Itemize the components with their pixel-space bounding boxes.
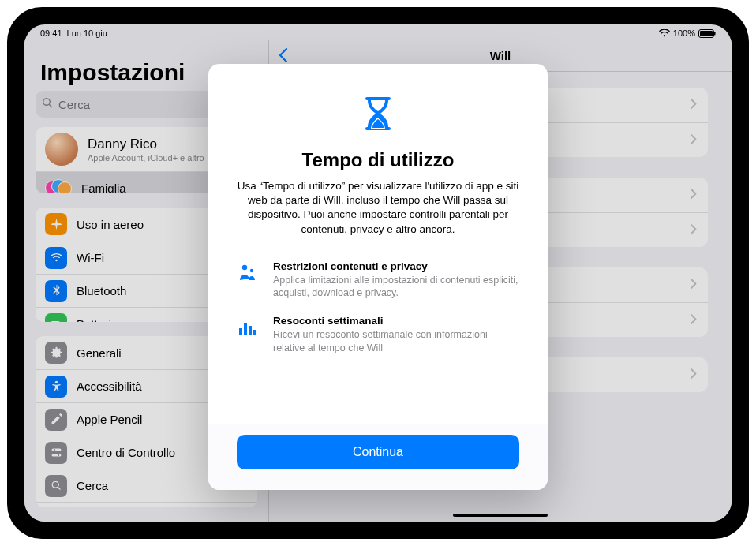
feature-restrictions: Restrizioni contenuti e privacy Applica … (237, 260, 519, 300)
modal-title: Tempo di utilizzo (237, 149, 519, 171)
feature-desc: Ricevi un resoconto settimanale con info… (273, 328, 519, 354)
feature-desc: Applica limitazioni alle impostazioni di… (273, 274, 519, 300)
svg-rect-16 (249, 326, 252, 335)
family-privacy-icon (237, 260, 260, 300)
svg-point-13 (250, 269, 253, 272)
hourglass-icon (237, 95, 519, 140)
svg-rect-14 (239, 328, 242, 335)
svg-point-12 (242, 265, 247, 270)
bar-chart-icon (237, 315, 260, 354)
feature-title: Restrizioni contenuti e privacy (273, 260, 519, 272)
feature-weekly-reports: Resoconti settimanali Ricevi un resocont… (237, 315, 519, 354)
svg-rect-17 (253, 330, 256, 335)
screen-time-modal: Tempo di utilizzo Usa “Tempo di utilizzo… (208, 64, 548, 490)
continue-button[interactable]: Continua (237, 435, 519, 469)
device-frame: 09:41 Lun 10 giu 100% Impostazioni (7, 7, 749, 539)
screen: 09:41 Lun 10 giu 100% Impostazioni (24, 24, 732, 522)
feature-title: Resoconti settimanali (273, 315, 519, 327)
modal-description: Usa “Tempo di utilizzo” per visualizzare… (237, 179, 519, 237)
svg-rect-15 (244, 323, 247, 335)
